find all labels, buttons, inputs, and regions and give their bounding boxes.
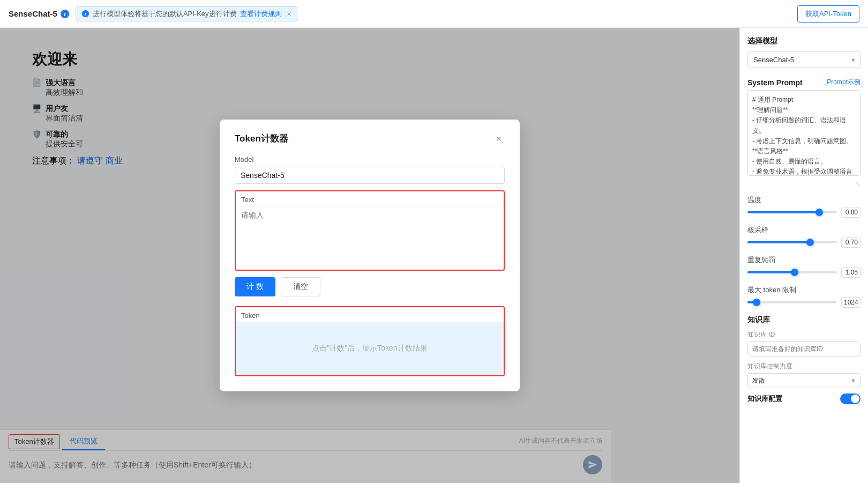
modal-overlay[interactable]: Token计数器 × Model Text 计 数 清空 [0,28,739,483]
system-prompt-textarea[interactable]: # 通用 Prompt **理解问题** - 仔细分析问题的词汇、语法和语义。 … [747,90,860,176]
kb-id-label: 知识库 ID [747,330,860,339]
model-select-wrapper: SenseChat-5 ▼ [747,51,860,68]
top-p-track[interactable] [747,241,837,243]
kb-control-label: 知识库控制力度 [747,362,860,371]
model-section-title: 选择模型 [747,36,860,46]
text-label: Text [236,191,504,206]
temperature-group: 温度 0.80 [747,195,860,218]
kb-section-title: 知识库 [747,315,860,325]
temperature-thumb[interactable] [815,209,823,216]
max-token-label: 最大 token 限制 [747,285,860,295]
modal-dialog: Token计数器 × Model Text 计 数 清空 [220,120,520,391]
temperature-slider-row: 0.80 [747,207,860,218]
repetition-value[interactable]: 1.05 [841,267,860,278]
kb-id-input[interactable] [747,341,860,356]
repetition-slider-row: 1.05 [747,267,860,278]
max-token-track[interactable] [747,301,837,303]
center-content: 欢迎来 📄 强大语言 高效理解和 🖥️ 用户友 界面简洁清 🛡️ 可靠的 [0,28,739,483]
max-token-thumb[interactable] [753,299,760,306]
repetition-track[interactable] [747,271,837,273]
max-token-value[interactable]: 1024 [841,297,860,308]
temperature-label: 温度 [747,195,860,205]
clear-button[interactable]: 清空 [281,277,320,296]
prompt-resize-area: ⤡ [747,180,860,188]
right-sidebar: 选择模型 SenseChat-5 ▼ System Prompt Prompt示… [739,28,868,483]
temperature-fill [747,211,819,213]
prompt-example-link[interactable]: Prompt示例 [827,78,860,87]
token-section: Token 点击"计数"后，显示Token计数结果 [235,306,505,376]
token-label: Token [236,307,504,322]
toggle-knob [851,395,859,403]
banner-text: 进行模型体验将基于您的默认API-Key进行计费 [93,9,237,19]
top-p-slider-row: 0.70 [747,237,860,248]
top-bar: SenseChat-5 i i 进行模型体验将基于您的默认API-Key进行计费… [0,0,868,28]
app-title: SenseChat-5 i [9,9,69,18]
kb-config-toggle[interactable] [840,393,860,404]
text-input[interactable] [236,206,504,267]
token-result-area: 点击"计数"后，显示Token计数结果 [236,322,504,375]
api-token-button[interactable]: 获取API-Token [797,5,859,23]
system-prompt-label: System Prompt [747,78,803,87]
temperature-value[interactable]: 0.80 [841,207,860,218]
system-prompt-header: System Prompt Prompt示例 [747,78,860,87]
kb-control-select[interactable]: 发散 [747,373,860,388]
model-select[interactable]: SenseChat-5 [747,51,860,68]
banner-link[interactable]: 查看计费规则 [240,9,282,19]
count-button[interactable]: 计 数 [235,277,275,296]
temperature-track[interactable] [747,211,837,213]
top-p-thumb[interactable] [806,239,814,246]
top-bar-right: 获取API-Token [797,5,859,23]
repetition-group: 重复惩罚 1.05 [747,255,860,278]
top-p-fill [747,241,810,243]
modal-header: Token计数器 × [235,132,505,145]
info-banner-icon: i [81,10,89,18]
modal-close-button[interactable]: × [492,133,505,145]
action-buttons: 计 数 清空 [235,277,505,296]
repetition-fill [747,271,795,273]
repetition-label: 重复惩罚 [747,255,860,265]
main-layout: 欢迎来 📄 强大语言 高效理解和 🖥️ 用户友 界面简洁清 🛡️ 可靠的 [0,28,868,483]
max-token-slider-row: 1024 [747,297,860,308]
kb-config-row: 知识库配置 [747,393,860,404]
info-icon[interactable]: i [61,10,69,18]
kb-control-wrapper: 发散 ▼ [747,373,860,388]
info-banner: i 进行模型体验将基于您的默认API-Key进行计费 查看计费规则 × [76,6,297,21]
text-section: Text [235,190,505,271]
model-input[interactable] [235,167,505,184]
banner-close[interactable]: × [287,10,291,18]
top-p-label: 核采样 [747,225,860,235]
app-name: SenseChat-5 [9,9,57,18]
modal-title: Token计数器 [235,132,288,145]
token-placeholder: 点击"计数"后，显示Token计数结果 [312,344,427,353]
repetition-thumb[interactable] [791,269,798,276]
top-p-value[interactable]: 0.70 [841,237,860,248]
resize-icon: ⤡ [855,180,860,188]
top-p-group: 核采样 0.70 [747,225,860,248]
model-field-label: Model [235,155,505,164]
kb-config-label: 知识库配置 [747,394,782,404]
max-token-group: 最大 token 限制 1024 [747,285,860,308]
